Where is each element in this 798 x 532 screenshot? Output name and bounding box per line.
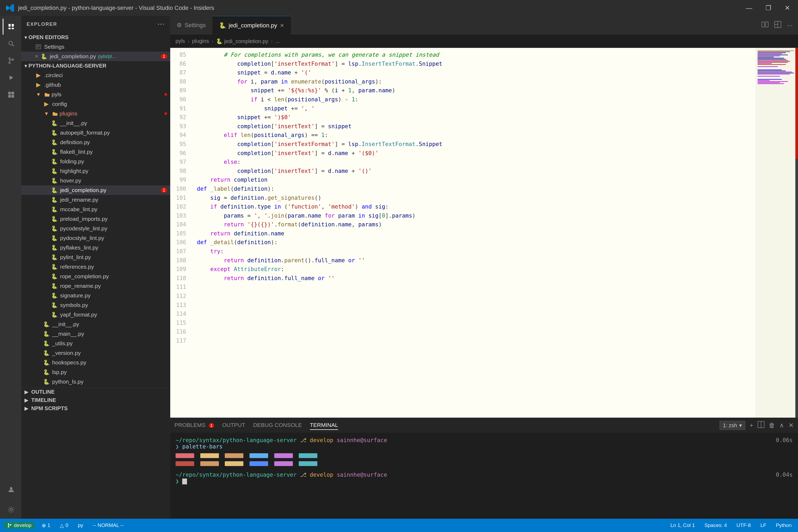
code-editor[interactable]: 85 86 87 88 89 90 91 92 93 94 95 96 97 9… xyxy=(170,48,756,418)
close-jedi-icon[interactable]: ✕ xyxy=(35,54,39,59)
tree-rope-rename[interactable]: 🐍 rope_rename.py xyxy=(21,281,170,291)
tree-folding[interactable]: 🐍 folding.py xyxy=(21,157,170,166)
outline-section-header[interactable]: ▶ OUTLINE xyxy=(21,388,170,396)
tab-settings[interactable]: ⚙ Settings xyxy=(170,16,212,35)
tree-github[interactable]: ▶ .github xyxy=(21,80,170,90)
status-python-env[interactable]: py xyxy=(76,522,86,529)
minimize-button[interactable]: — xyxy=(743,3,755,13)
status-line-ending[interactable]: LF xyxy=(758,522,768,529)
title-text: jedi_completion.py - python-language-ser… xyxy=(18,4,214,12)
svg-rect-16 xyxy=(36,45,41,49)
tree-pycodestyle[interactable]: 🐍 pycodestyle_lint.py xyxy=(21,224,170,233)
tree-version[interactable]: 🐍 _version.py xyxy=(21,348,170,358)
npm-scripts-section-header[interactable]: ▶ NPM SCRIPTS xyxy=(21,404,170,413)
open-editor-settings[interactable]: Settings xyxy=(21,42,170,52)
maximize-button[interactable]: ❐ xyxy=(763,3,774,13)
breadcrumb-pyls[interactable]: pyls xyxy=(175,38,185,44)
terminal-branch-2: develop xyxy=(310,472,333,478)
layout-icon[interactable] xyxy=(774,21,781,30)
activity-explorer-icon[interactable] xyxy=(3,19,19,35)
activity-debug-icon[interactable] xyxy=(3,70,19,86)
status-git-branch[interactable]: develop xyxy=(4,522,34,529)
svg-rect-11 xyxy=(12,92,14,94)
split-terminal-icon[interactable] xyxy=(758,421,764,430)
tree-references[interactable]: 🐍 references.py xyxy=(21,262,170,271)
status-errors[interactable]: ⊗ 1 xyxy=(40,522,53,529)
open-editor-jedi[interactable]: ✕ 🐍 jedi_completion.py pyls/pl... 1 xyxy=(21,52,170,61)
tree-pyls-init[interactable]: 🐍 __init__.py xyxy=(21,320,170,329)
tree-init-py[interactable]: 🐍 __init__.py xyxy=(21,118,170,128)
activity-account-icon[interactable] xyxy=(3,481,19,497)
tree-config[interactable]: ▶ config xyxy=(21,99,170,109)
palette-block-r2-4 xyxy=(249,461,268,466)
jedi-tab-close-icon[interactable]: ✕ xyxy=(280,22,284,29)
panel-up-icon[interactable]: ∧ xyxy=(779,422,784,429)
close-button[interactable]: ✕ xyxy=(782,3,793,13)
tree-hookspecs[interactable]: 🐍 hookspecs.py xyxy=(21,358,170,367)
status-vim-mode[interactable]: -- NORMAL -- xyxy=(91,522,126,529)
version-py-icon: 🐍 xyxy=(42,349,50,357)
jedi-completion-py-icon: 🐍 xyxy=(51,187,58,194)
tab-jedi-completion[interactable]: 🐍 jedi_completion.py ✕ xyxy=(212,16,291,35)
panel-close-icon[interactable]: ✕ xyxy=(788,422,794,429)
status-spaces[interactable]: Spaces: 4 xyxy=(702,522,729,529)
tree-pylint[interactable]: 🐍 pylint_lint.py xyxy=(21,252,170,262)
code-content[interactable]: # For completions with params, we can ge… xyxy=(191,48,756,418)
tree-jedi-completion[interactable]: 🐍 jedi_completion.py 1 xyxy=(21,185,170,195)
tree-python-ls[interactable]: 🐍 python_ls.py xyxy=(21,377,170,386)
python-env-label: py xyxy=(78,522,83,528)
tree-mccabe[interactable]: 🐍 mccabe_lint.py xyxy=(21,205,170,214)
status-position[interactable]: Ln 1, Col 1 xyxy=(668,522,697,529)
pycodestyle-py-icon: 🐍 xyxy=(51,225,58,232)
tree-utils[interactable]: 🐍 _utils.py xyxy=(21,339,170,348)
split-editor-icon[interactable] xyxy=(761,21,769,30)
svg-point-28 xyxy=(8,526,9,528)
activity-search-icon[interactable] xyxy=(3,36,19,52)
tree-main[interactable]: 🐍 __main__.py xyxy=(21,329,170,339)
tree-pydocstyle[interactable]: 🐍 pydocstyle_lint.py xyxy=(21,233,170,243)
terminal-content[interactable]: ~/repo/syntax/python-language-server ⎇ d… xyxy=(170,433,798,519)
tree-pyls[interactable]: ▾ pyls xyxy=(21,90,170,99)
activity-settings-icon[interactable] xyxy=(3,502,19,518)
tree-hover[interactable]: 🐍 hover.py xyxy=(21,176,170,185)
sidebar-more-icon[interactable]: ··· xyxy=(157,20,165,28)
terminal-cmd-1: palette-bars xyxy=(182,443,223,450)
tree-definition[interactable]: 🐍 definition.py xyxy=(21,137,170,147)
tree-autopep8[interactable]: 🐍 autopep8_format.py xyxy=(21,128,170,137)
tree-signature[interactable]: 🐍 signature.py xyxy=(21,291,170,300)
svg-rect-20 xyxy=(762,22,764,27)
tree-lsp[interactable]: 🐍 lsp.py xyxy=(21,367,170,377)
tree-jedi-rename[interactable]: 🐍 jedi_rename.py xyxy=(21,195,170,205)
tab-output[interactable]: OUTPUT xyxy=(222,421,245,430)
tree-circleci[interactable]: ▶ .circleci xyxy=(21,71,170,80)
timeline-section-header[interactable]: ▶ TIMELINE xyxy=(21,396,170,404)
tab-debug-console[interactable]: DEBUG CONSOLE xyxy=(253,421,302,430)
activity-git-icon[interactable] xyxy=(3,53,19,69)
breadcrumb-file[interactable]: 🐍 jedi_completion.py xyxy=(216,38,268,44)
kill-terminal-icon[interactable]: 🗑 xyxy=(769,422,775,429)
tree-flake8[interactable]: 🐍 flake8_lint.py xyxy=(21,147,170,157)
tree-plugins[interactable]: ▾ plugins xyxy=(21,109,170,118)
activity-extensions-icon[interactable] xyxy=(3,87,19,103)
tree-yapf[interactable]: 🐍 yapf_format.py xyxy=(21,310,170,320)
breadcrumb-plugins[interactable]: plugins xyxy=(192,38,209,44)
status-encoding[interactable]: UTF-8 xyxy=(735,522,753,529)
tree-pyflakes[interactable]: 🐍 pyflakes_lint.py xyxy=(21,243,170,252)
pls-header[interactable]: ▾ PYTHON-LANGUAGE-SERVER xyxy=(21,61,170,71)
more-actions-icon[interactable]: ··· xyxy=(787,21,793,30)
plugins-dot-badge xyxy=(165,112,167,115)
status-warnings[interactable]: △ 0 xyxy=(58,522,71,529)
tree-rope-completion[interactable]: 🐍 rope_completion.py xyxy=(21,271,170,281)
terminal-selector[interactable]: 1: zsh ▾ xyxy=(720,421,745,430)
status-language[interactable]: Python xyxy=(774,522,794,529)
palette-block-r1-1 xyxy=(175,453,194,458)
tree-symbols[interactable]: 🐍 symbols.py xyxy=(21,300,170,310)
tab-problems[interactable]: PROBLEMS 1 xyxy=(174,421,214,430)
tree-preload[interactable]: 🐍 preload_imports.py xyxy=(21,214,170,224)
breadcrumb-symbol[interactable]: ... xyxy=(275,38,280,44)
open-editors-header[interactable]: ▾ OPEN EDITORS xyxy=(21,33,170,42)
tab-terminal[interactable]: TERMINAL xyxy=(310,421,338,430)
svg-point-7 xyxy=(9,62,11,63)
tree-highlight[interactable]: 🐍 highlight.py xyxy=(21,166,170,176)
new-terminal-icon[interactable]: + xyxy=(749,422,753,429)
